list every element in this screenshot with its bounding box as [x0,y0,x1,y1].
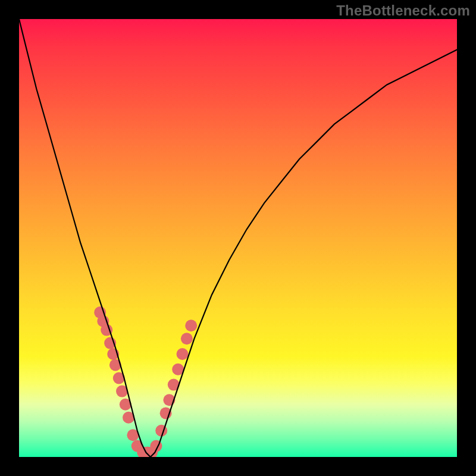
highlight-dot [181,333,193,345]
highlight-dot [185,320,197,331]
plot-area [19,19,457,457]
chart-svg [19,19,457,457]
highlight-dot [177,348,189,360]
watermark-text: TheBottleneck.com [336,2,470,19]
chart-frame: TheBottleneck.com [0,0,476,476]
bottleneck-curve [19,19,457,457]
